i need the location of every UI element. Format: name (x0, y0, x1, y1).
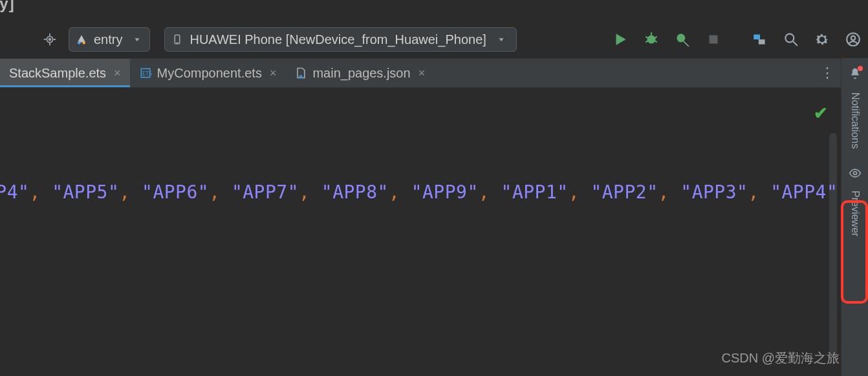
svg-point-25 (785, 34, 794, 42)
editor-scrollbar[interactable] (829, 133, 837, 357)
watermark-text: CSDN @爱勤海之旅 (721, 350, 840, 367)
svg-line-19 (655, 41, 656, 42)
svg-line-16 (646, 37, 647, 38)
tab-label: main_pages.json (312, 66, 410, 81)
svg-line-26 (793, 41, 797, 46)
svg-text:ETS: ETS (142, 70, 152, 77)
notifications-tool[interactable]: Notifications (849, 63, 862, 163)
eye-icon (849, 167, 862, 183)
svg-marker-6 (78, 35, 85, 42)
module-selector[interactable]: entry (69, 27, 150, 52)
profile-icon[interactable] (671, 28, 693, 50)
previewer-tool[interactable]: Previewer (849, 163, 862, 251)
code-line: PP4", "APP5", "APP6", "APP7", "APP8", "A… (0, 182, 841, 203)
run-icon[interactable] (609, 28, 631, 50)
toolbar-right-group (609, 23, 864, 56)
right-tool-rail: Notifications Previewer (841, 58, 868, 376)
code-editor[interactable]: ✔ PP4", "APP5", "APP6", "APP7", "APP8", … (0, 88, 841, 376)
svg-point-20 (677, 34, 685, 42)
chevron-down-icon (497, 35, 506, 44)
svg-point-28 (851, 36, 856, 41)
tab-stacksample[interactable]: StackSample.ets × (0, 59, 130, 87)
close-icon[interactable]: × (114, 67, 121, 80)
device-selector-label: HUAWEI Phone [NewDevice_from_Huawei_Phon… (190, 32, 486, 47)
svg-rect-22 (710, 36, 718, 44)
svg-line-18 (646, 41, 647, 42)
module-selector-label: entry (94, 32, 122, 47)
tab-mycomponent[interactable]: ETS MyComponent.ets × (130, 59, 286, 87)
svg-point-14 (647, 36, 656, 44)
svg-marker-9 (135, 38, 140, 41)
svg-point-31 (299, 75, 303, 78)
svg-point-32 (853, 172, 856, 175)
device-selector[interactable]: HUAWEI Phone [NewDevice_from_Huawei_Phon… (164, 27, 516, 52)
svg-rect-24 (759, 39, 765, 45)
notifications-label: Notifications (849, 89, 861, 156)
bell-icon (849, 67, 862, 83)
tab-label: StackSample.ets (9, 66, 106, 81)
previewer-label: Previewer (849, 187, 861, 244)
svg-line-17 (655, 37, 656, 38)
inspection-ok-icon[interactable]: ✔ (814, 103, 828, 123)
debug-icon[interactable] (640, 28, 662, 50)
svg-marker-12 (499, 38, 503, 41)
tab-label: MyComponent.ets (157, 66, 262, 81)
main-toolbar: entry HUAWEI Phone [NewDevice_from_Huawe… (0, 23, 868, 56)
tab-mainpages[interactable]: main_pages.json × (285, 59, 434, 87)
project-structure-icon[interactable] (749, 28, 771, 50)
stop-icon (702, 28, 724, 50)
gear-icon[interactable] (811, 28, 833, 50)
tabs-overflow-icon[interactable]: ⋮ (815, 59, 841, 87)
json-file-icon (294, 67, 307, 79)
ets-file-icon: ETS (139, 67, 152, 79)
close-icon[interactable]: × (270, 67, 277, 80)
editor-tabs: StackSample.ets × ETS MyComponent.ets × … (0, 58, 841, 88)
svg-point-7 (78, 41, 81, 45)
svg-point-1 (49, 39, 51, 41)
search-icon[interactable] (780, 28, 802, 50)
chevron-down-icon (133, 35, 142, 44)
target-icon[interactable] (39, 28, 61, 50)
svg-marker-13 (616, 34, 626, 45)
svg-point-8 (83, 41, 86, 45)
close-icon[interactable]: × (418, 67, 426, 80)
svg-marker-21 (684, 41, 689, 47)
account-icon[interactable] (842, 28, 864, 50)
notification-dot-icon (858, 66, 863, 71)
svg-rect-23 (754, 34, 760, 39)
cropped-header-text: try] (0, 0, 15, 13)
